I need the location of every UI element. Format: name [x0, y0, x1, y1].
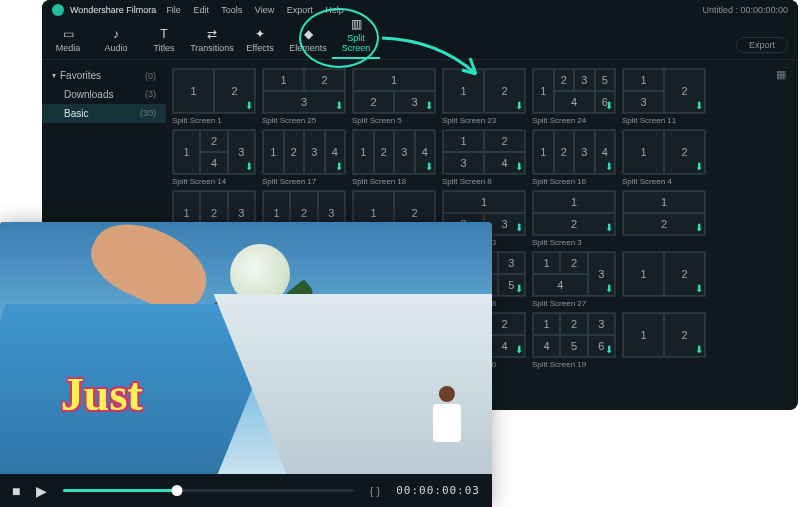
tab-effects[interactable]: ✦Effects — [236, 27, 284, 59]
menu-tools[interactable]: Tools — [221, 5, 242, 15]
template-label: Split Screen 11 — [622, 116, 706, 125]
menu-file[interactable]: File — [166, 5, 181, 15]
menu-edit[interactable]: Edit — [193, 5, 209, 15]
template-item[interactable]: 1234⬇Split Screen 17 — [262, 129, 346, 186]
audio-icon: ♪ — [92, 27, 140, 41]
template-thumb[interactable]: 12⬇ — [622, 129, 706, 175]
template-thumb[interactable]: 12⬇ — [622, 190, 706, 236]
sidebar-heading[interactable]: ▾ Favorites (0) — [42, 66, 166, 85]
preview-controls: ■ ▶ { } 00:00:00:03 — [0, 474, 492, 507]
template-item[interactable]: 1234⬇Split Screen 18 — [352, 129, 436, 186]
split-screen-icon: ▥ — [332, 17, 380, 31]
download-icon[interactable]: ⬇ — [695, 223, 703, 233]
download-icon[interactable]: ⬇ — [515, 101, 523, 111]
export-button[interactable]: Export — [736, 37, 788, 53]
tab-label: Media — [56, 43, 81, 53]
sidebar-item-count: (30) — [140, 108, 156, 119]
template-item[interactable]: 123546⬇Split Screen 24 — [532, 68, 616, 125]
tab-label: Transitions — [190, 43, 234, 53]
download-icon[interactable]: ⬇ — [515, 162, 523, 172]
template-item[interactable]: 12⬇ — [622, 190, 706, 247]
download-icon[interactable]: ⬇ — [515, 345, 523, 355]
template-thumb[interactable]: 12⬇ — [622, 251, 706, 297]
download-icon[interactable]: ⬇ — [245, 101, 253, 111]
tab-label: Titles — [153, 43, 174, 53]
template-thumb[interactable]: 1234⬇ — [172, 129, 256, 175]
tab-label: Split Screen — [342, 33, 371, 53]
titlebar: Wondershare Filmora File Edit Tools View… — [42, 0, 798, 20]
template-thumb[interactable]: 12⬇ — [532, 190, 616, 236]
template-item[interactable]: 1234⬇Split Screen 27 — [532, 251, 616, 308]
template-thumb[interactable]: 123546⬇ — [532, 68, 616, 114]
grid-view-icon[interactable]: ▦ — [776, 68, 786, 81]
template-thumb[interactable]: 123456⬇ — [532, 312, 616, 358]
app-name: Wondershare Filmora — [70, 5, 156, 15]
template-thumb[interactable]: 1234⬇ — [532, 129, 616, 175]
download-icon[interactable]: ⬇ — [605, 101, 613, 111]
template-thumb[interactable]: 123⬇ — [352, 68, 436, 114]
sidebar-item-downloads[interactable]: Downloads(3) — [42, 85, 166, 104]
playhead-handle[interactable] — [171, 485, 182, 496]
template-item[interactable]: 1234⬇Split Screen 14 — [172, 129, 256, 186]
download-icon[interactable]: ⬇ — [695, 345, 703, 355]
preview-canvas: Just — [0, 222, 492, 474]
template-label: Split Screen 14 — [172, 177, 256, 186]
download-icon[interactable]: ⬇ — [515, 284, 523, 294]
tab-audio[interactable]: ♪Audio — [92, 27, 140, 59]
template-thumb[interactable]: 12⬇ — [172, 68, 256, 114]
template-thumb[interactable]: 1234⬇ — [442, 129, 526, 175]
tab-titles[interactable]: TTitles — [140, 27, 188, 59]
template-thumb[interactable]: 12⬇ — [622, 312, 706, 358]
download-icon[interactable]: ⬇ — [605, 284, 613, 294]
play-button[interactable]: ▶ — [36, 483, 47, 499]
template-item[interactable]: 123456⬇Split Screen 19 — [532, 312, 616, 369]
template-item[interactable]: 1234⬇Split Screen 8 — [442, 129, 526, 186]
template-thumb[interactable]: 1234⬇ — [532, 251, 616, 297]
download-icon[interactable]: ⬇ — [515, 223, 523, 233]
template-item[interactable]: 1234⬇Split Screen 16 — [532, 129, 616, 186]
download-icon[interactable]: ⬇ — [425, 101, 433, 111]
template-item[interactable]: 12⬇ — [622, 251, 706, 308]
menu-help[interactable]: Help — [325, 5, 344, 15]
template-thumb[interactable]: 1234⬇ — [262, 129, 346, 175]
effects-icon: ✦ — [236, 27, 284, 41]
template-item[interactable]: 12⬇ — [622, 312, 706, 369]
playhead-track[interactable] — [63, 489, 353, 492]
tab-label: Effects — [246, 43, 273, 53]
download-icon[interactable]: ⬇ — [695, 162, 703, 172]
download-icon[interactable]: ⬇ — [335, 101, 343, 111]
menubar: File Edit Tools View Export Help — [166, 5, 353, 15]
template-thumb[interactable]: 123⬇ — [262, 68, 346, 114]
template-item[interactable]: 12⬇Split Screen 1 — [172, 68, 256, 125]
tab-label: Elements — [289, 43, 327, 53]
template-item[interactable]: 12⬇Split Screen 3 — [532, 190, 616, 247]
project-title: Untitled : 00:00:00:00 — [702, 5, 788, 15]
mark-in-out-icon[interactable]: { } — [370, 485, 380, 497]
tab-elements[interactable]: ◆Elements — [284, 27, 332, 59]
template-thumb[interactable]: 123⬇ — [622, 68, 706, 114]
tab-transitions[interactable]: ⇄Transitions — [188, 27, 236, 59]
template-item[interactable]: 123⬇Split Screen 11 — [622, 68, 706, 125]
template-thumb[interactable]: 12⬇ — [442, 68, 526, 114]
sidebar-item-basic[interactable]: Basic(30) — [42, 104, 166, 123]
tab-media[interactable]: ▭Media — [44, 27, 92, 59]
template-item[interactable]: 12⬇Split Screen 4 — [622, 129, 706, 186]
stop-button[interactable]: ■ — [12, 483, 20, 499]
template-item[interactable]: 123⬇Split Screen 5 — [352, 68, 436, 125]
download-icon[interactable]: ⬇ — [695, 101, 703, 111]
download-icon[interactable]: ⬇ — [245, 162, 253, 172]
template-item[interactable]: 123⬇Split Screen 25 — [262, 68, 346, 125]
download-icon[interactable]: ⬇ — [605, 162, 613, 172]
template-thumb[interactable]: 1234⬇ — [352, 129, 436, 175]
download-icon[interactable]: ⬇ — [605, 223, 613, 233]
template-item[interactable]: 12⬇Split Screen 23 — [442, 68, 526, 125]
download-icon[interactable]: ⬇ — [425, 162, 433, 172]
menu-view[interactable]: View — [255, 5, 274, 15]
download-icon[interactable]: ⬇ — [605, 345, 613, 355]
menu-export[interactable]: Export — [287, 5, 313, 15]
download-icon[interactable]: ⬇ — [335, 162, 343, 172]
download-icon[interactable]: ⬇ — [695, 284, 703, 294]
template-label: Split Screen 25 — [262, 116, 346, 125]
tab-split-screen[interactable]: ▥Split Screen — [332, 17, 380, 59]
sidebar-heading-label: Favorites — [60, 70, 101, 81]
